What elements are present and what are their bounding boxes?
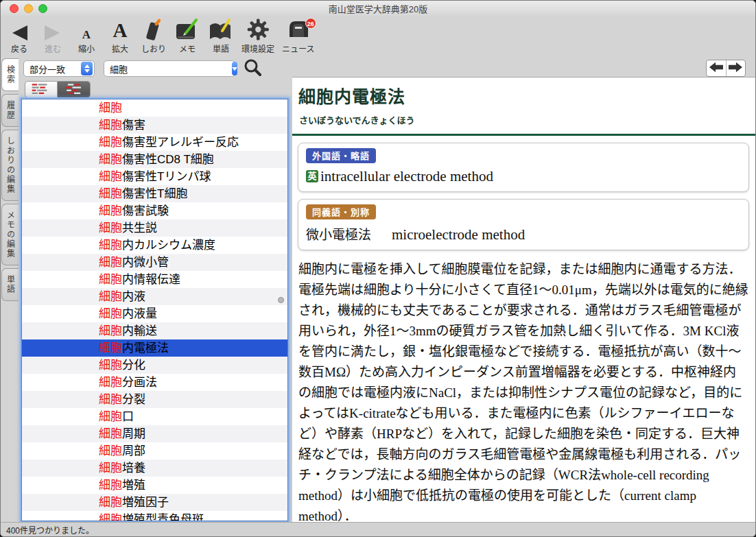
toolbar-settings-button[interactable]: 環境設定 [241, 16, 274, 54]
result-rest-text: 傷害試験 [122, 204, 169, 217]
entry-reading: さいぼうないでんきょくほう [299, 113, 755, 126]
list-view-toggle[interactable] [25, 81, 58, 98]
centered-view-icon [60, 82, 88, 98]
main-area: 検索履歴しおりの編集メモの編集単語 部分一致 [1, 58, 755, 536]
result-match-text: 細胞 [99, 427, 122, 440]
combo-dropdown-button[interactable] [232, 62, 237, 75]
result-row[interactable]: 細胞内液量 [22, 305, 287, 322]
toolbar: 戻る進むA縮小A拡大しおりメモ単語環境設定26ニュース [1, 16, 755, 58]
result-rest-text: 共生説 [122, 222, 157, 235]
view-mode-toggles [25, 81, 91, 98]
sidebar-tab-bookmark-edit[interactable]: しおりの編集 [1, 130, 19, 201]
result-row[interactable]: 細胞口 [22, 408, 287, 425]
result-row[interactable]: 細胞内電極法 [22, 339, 287, 357]
synonym-badge: 同義語・別称 [306, 204, 376, 219]
toolbar-item-label: ニュース [282, 43, 314, 54]
result-row[interactable]: 細胞周部 [22, 442, 287, 460]
result-rest-text: 培養 [122, 462, 145, 475]
synonym-card: 同義語・別称 微小電極法microelectrode method [298, 199, 749, 250]
result-match-text: 細胞 [99, 222, 122, 235]
result-match-text: 細胞 [99, 479, 122, 492]
search-input[interactable] [104, 63, 232, 75]
result-row[interactable]: 細胞周期 [22, 425, 287, 442]
result-row[interactable]: 細胞分化 [22, 357, 287, 374]
result-row[interactable]: 細胞内液 [22, 288, 287, 305]
sidebar-tab-history[interactable]: 履歴 [1, 94, 19, 127]
result-rest-text: 傷害型アレルギー反応 [122, 136, 239, 149]
result-row[interactable]: 細胞増殖 [22, 477, 287, 494]
result-rest-text: 傷害 [122, 119, 145, 132]
result-row[interactable]: 細胞共生説 [22, 219, 287, 237]
result-row[interactable]: 細胞分裂 [22, 391, 287, 408]
result-match-text: 細胞 [99, 187, 122, 200]
prev-entry-button[interactable] [707, 60, 726, 76]
result-match-text: 細胞 [99, 204, 122, 217]
toolbar-item-label: しおり [141, 43, 166, 54]
memo-pen-icon [175, 16, 200, 42]
result-row[interactable]: 細胞傷害性CD8 T細胞 [22, 151, 287, 168]
toolbar-zoom-in-button[interactable]: A拡大 [107, 16, 133, 54]
toolbar-word-button[interactable]: 単語 [208, 16, 234, 54]
result-rest-text: 内カルシウム濃度 [122, 239, 215, 252]
status-bar: 400件見つかりました。 [1, 522, 755, 536]
search-combo [104, 60, 235, 77]
result-match-text: 細胞 [99, 376, 122, 389]
result-row[interactable]: 細胞増殖因子 [22, 494, 287, 511]
result-row[interactable]: 細胞傷害性T細胞 [22, 185, 287, 202]
toolbar-item-label: 縮小 [78, 43, 95, 54]
synonym-jp-text: 微小電極法 [306, 228, 371, 242]
result-match-text: 細胞 [99, 307, 122, 320]
toolbar-item-label: 戻る [11, 43, 27, 54]
result-row[interactable]: 細胞傷害型アレルギー反応 [22, 134, 287, 151]
back-arrow-icon [9, 16, 29, 42]
result-row[interactable]: 細胞内輸送 [22, 322, 287, 339]
result-row[interactable]: 細胞培養 [22, 460, 287, 477]
toolbar-forward-button[interactable]: 進む [40, 16, 66, 54]
foreign-term-badge: 外国語・略語 [306, 148, 376, 163]
search-result-list: 細胞細胞傷害細胞傷害型アレルギー反応細胞傷害性CD8 T細胞細胞傷害性Tリンパ球… [21, 99, 288, 521]
title-bar: 南山堂医学大辞典第20版 [1, 1, 755, 16]
sidebar-tab-strip: 検索履歴しおりの編集メモの編集単語 [1, 58, 19, 304]
result-row[interactable]: 細胞分画法 [22, 374, 287, 391]
result-row[interactable]: 細胞内情報伝達 [22, 271, 287, 288]
list-view-icon [27, 82, 55, 98]
result-match-text: 細胞 [99, 496, 122, 509]
next-entry-button[interactable] [726, 60, 746, 76]
result-match-text: 細胞 [99, 136, 122, 149]
entry-body-text: 細胞内に電極を挿入して細胞膜電位を記録，または細胞内に通電する方法．電極先端は細… [298, 259, 749, 522]
result-row[interactable]: 細胞増殖型青色母斑 [22, 511, 287, 521]
toolbar-bookmark-button[interactable]: しおり [141, 16, 167, 54]
result-match-text: 細胞 [99, 170, 122, 183]
match-mode-select[interactable]: 部分一致 [23, 60, 95, 77]
toolbar-zoom-out-button[interactable]: A縮小 [73, 16, 99, 54]
word-book-icon [208, 16, 234, 42]
result-match-text: 細胞 [99, 393, 122, 406]
centered-view-toggle[interactable] [58, 81, 91, 98]
result-rest-text: 傷害性CD8 T細胞 [122, 153, 214, 166]
search-button[interactable] [242, 59, 263, 78]
result-row[interactable]: 細胞傷害性Tリンパ球 [22, 168, 287, 185]
toolbar-memo-button[interactable]: メモ [174, 16, 200, 54]
result-row[interactable]: 細胞内カルシウム濃度 [22, 237, 287, 254]
sidebar-tab-memo-edit[interactable]: メモの編集 [1, 204, 19, 265]
result-match-text: 細胞 [99, 359, 122, 372]
english-lang-icon: 英 [306, 170, 318, 182]
gear-icon [246, 16, 270, 42]
result-row[interactable]: 細胞内微小管 [22, 254, 287, 271]
magnifier-icon [243, 58, 262, 79]
toolbar-news-button[interactable]: 26ニュース [282, 16, 314, 54]
splitter-handle[interactable] [278, 297, 284, 303]
synonym-en-text: microelectrode method [392, 226, 525, 243]
result-row[interactable]: 細胞 [22, 99, 287, 117]
result-rest-text: 傷害性T細胞 [122, 187, 187, 200]
result-row[interactable]: 細胞傷害試験 [22, 202, 287, 219]
result-row[interactable]: 細胞傷害 [22, 117, 287, 134]
sidebar-tab-search[interactable]: 検索 [1, 58, 19, 91]
result-match-text: 細胞 [99, 153, 122, 166]
toolbar-back-button[interactable]: 戻る [6, 16, 32, 54]
bookmark-tag-icon [142, 16, 165, 42]
result-rest-text: 分化 [122, 359, 145, 372]
match-mode-value: 部分一致 [24, 62, 81, 75]
sidebar-tab-words[interactable]: 単語 [1, 268, 19, 301]
result-rest-text: 内液 [122, 290, 145, 303]
